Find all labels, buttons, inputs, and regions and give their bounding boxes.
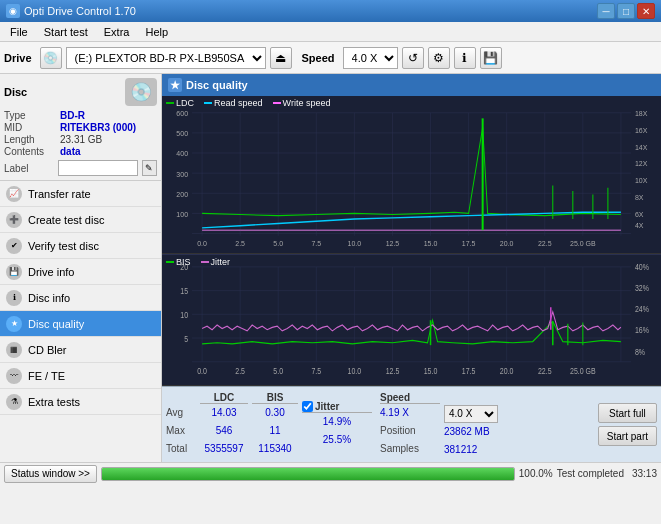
svg-text:600: 600	[176, 109, 188, 118]
svg-text:10.0: 10.0	[348, 366, 362, 376]
nav-label-drive-info: Drive info	[28, 266, 74, 278]
save-button[interactable]: 💾	[480, 47, 502, 69]
svg-text:2.5: 2.5	[235, 238, 245, 247]
speed-label: Speed	[302, 52, 335, 64]
legend-jitter: Jitter	[201, 257, 231, 267]
menu-help[interactable]: Help	[137, 24, 176, 40]
disc-info-icon: ℹ	[6, 290, 22, 306]
nav-label-disc-quality: Disc quality	[28, 318, 84, 330]
stats-labels: Avg Max Total	[166, 404, 196, 458]
start-full-button[interactable]: Start full	[598, 403, 657, 423]
speed-column: Speed 4.19 X Position Samples	[380, 392, 440, 458]
drive-select[interactable]: (E:) PLEXTOR BD-R PX-LB950SA 1.06	[66, 47, 266, 69]
svg-text:22.5: 22.5	[538, 366, 552, 376]
nav-label-transfer-rate: Transfer rate	[28, 188, 91, 200]
total-label: Total	[166, 440, 196, 458]
speed-select[interactable]: 4.0 X	[343, 47, 398, 69]
jitter-header: Jitter	[302, 401, 372, 413]
svg-text:24%: 24%	[635, 304, 649, 314]
svg-text:6X: 6X	[635, 209, 644, 218]
type-val: BD-R	[60, 110, 85, 121]
chart2-legend: BIS Jitter	[166, 257, 230, 267]
close-button[interactable]: ✕	[637, 3, 655, 19]
bis-avg: 0.30	[252, 404, 298, 422]
disc-quality-icon: ★	[6, 316, 22, 332]
ldc-header: LDC	[200, 392, 248, 404]
title-bar: ◉ Opti Drive Control 1.70 ─ □ ✕	[0, 0, 661, 22]
sidebar-item-fe-te[interactable]: 〰 FE / TE	[0, 363, 161, 389]
content-header-title: Disc quality	[186, 79, 248, 91]
label-input[interactable]	[58, 160, 138, 176]
svg-text:7.5: 7.5	[311, 366, 321, 376]
content-header: ★ Disc quality	[162, 74, 661, 96]
settings-button[interactable]: ⚙	[428, 47, 450, 69]
sidebar-item-disc-quality[interactable]: ★ Disc quality	[0, 311, 161, 337]
eject-button[interactable]: ⏏	[270, 47, 292, 69]
svg-text:8X: 8X	[635, 193, 644, 202]
drive-icon: 💿	[40, 47, 62, 69]
main-layout: Disc 💿 Type BD-R MID RITEKBR3 (000) Leng…	[0, 74, 661, 462]
length-val: 23.31 GB	[60, 134, 102, 145]
svg-text:500: 500	[176, 129, 188, 138]
nav-label-fe-te: FE / TE	[28, 370, 65, 382]
chart1-svg: 600 500 400 300 200 100 18X 16X 14X 12X …	[162, 96, 661, 253]
window-controls: ─ □ ✕	[597, 3, 655, 19]
svg-text:2.5: 2.5	[235, 366, 245, 376]
chart2-svg: 20 15 10 5 40% 32% 24% 16% 8% 0.0 2.5 5.…	[162, 255, 661, 385]
disc-section: Disc 💿 Type BD-R MID RITEKBR3 (000) Leng…	[0, 74, 161, 181]
svg-text:15: 15	[180, 286, 188, 296]
menu-file[interactable]: File	[2, 24, 36, 40]
stats-speed-select[interactable]: 4.0 X	[444, 405, 498, 423]
bis-header: BIS	[252, 392, 298, 404]
chart1-legend: LDC Read speed Write speed	[166, 98, 330, 108]
position-label: Position	[380, 422, 440, 440]
avg-label: Avg	[166, 404, 196, 422]
legend-read-speed: Read speed	[204, 98, 263, 108]
status-window-button[interactable]: Status window >>	[4, 465, 97, 483]
sidebar-item-disc-info[interactable]: ℹ Disc info	[0, 285, 161, 311]
sidebar-item-extra-tests[interactable]: ⚗ Extra tests	[0, 389, 161, 415]
sidebar-item-drive-info[interactable]: 💾 Drive info	[0, 259, 161, 285]
transfer-rate-icon: 📈	[6, 186, 22, 202]
stats-panel: Avg Max Total LDC 14.03 546 5355597 BIS …	[162, 386, 661, 462]
start-part-button[interactable]: Start part	[598, 426, 657, 446]
progress-bar	[101, 467, 515, 481]
svg-text:0.0: 0.0	[197, 238, 207, 247]
nav-label-cd-bler: CD Bler	[28, 344, 67, 356]
svg-text:4X: 4X	[635, 221, 644, 230]
write-speed-dot	[273, 102, 281, 104]
info-button[interactable]: ℹ	[454, 47, 476, 69]
refresh-button[interactable]: ↺	[402, 47, 424, 69]
sidebar-item-create-test-disc[interactable]: ➕ Create test disc	[0, 207, 161, 233]
nav-label-extra-tests: Extra tests	[28, 396, 80, 408]
sidebar-item-verify-test-disc[interactable]: ✔ Verify test disc	[0, 233, 161, 259]
chart1-area: LDC Read speed Write speed	[162, 96, 661, 254]
sidebar-item-transfer-rate[interactable]: 📈 Transfer rate	[0, 181, 161, 207]
svg-text:10X: 10X	[635, 176, 648, 185]
jitter-checkbox[interactable]	[302, 401, 313, 412]
maximize-button[interactable]: □	[617, 3, 635, 19]
menu-extra[interactable]: Extra	[96, 24, 138, 40]
speed-header: Speed	[380, 392, 440, 404]
content-area: ★ Disc quality LDC Read speed	[162, 74, 661, 462]
svg-text:17.5: 17.5	[462, 238, 476, 247]
svg-text:20.0: 20.0	[500, 366, 514, 376]
ldc-max: 546	[200, 422, 248, 440]
jitter-avg: 14.9%	[302, 413, 372, 431]
sidebar-item-cd-bler[interactable]: ▦ CD Bler	[0, 337, 161, 363]
svg-text:5.0: 5.0	[273, 366, 283, 376]
nav-label-create-test-disc: Create test disc	[28, 214, 104, 226]
svg-text:15.0: 15.0	[424, 238, 438, 247]
minimize-button[interactable]: ─	[597, 3, 615, 19]
svg-rect-0	[162, 96, 661, 253]
app-title: Opti Drive Control 1.70	[24, 5, 136, 17]
menu-start-test[interactable]: Start test	[36, 24, 96, 40]
jitter-column: Jitter 14.9% 25.5%	[302, 401, 372, 449]
speed-select-col: 4.0 X 23862 MB 381212	[444, 391, 499, 459]
length-key: Length	[4, 134, 56, 145]
svg-text:25.0 GB: 25.0 GB	[570, 366, 596, 376]
cd-bler-icon: ▦	[6, 342, 22, 358]
label-edit-button[interactable]: ✎	[142, 160, 157, 176]
status-text: Test completed	[557, 468, 624, 479]
disc-label: Disc	[4, 86, 27, 98]
